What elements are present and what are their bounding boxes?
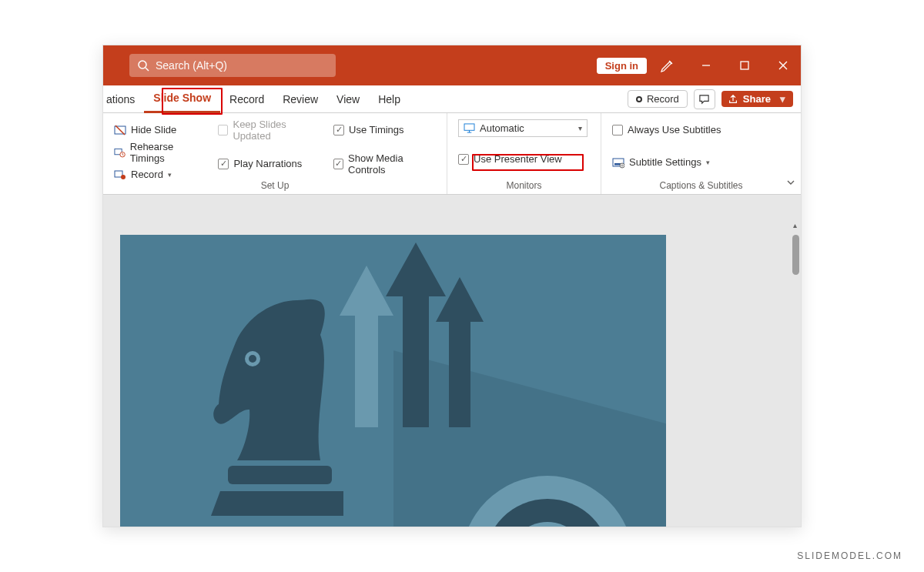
svg-point-0 — [139, 61, 146, 69]
tab-help[interactable]: Help — [369, 85, 410, 113]
keep-slides-label: Keep Slides Updated — [233, 119, 320, 142]
monitor-select[interactable]: Automatic ▾ — [458, 119, 588, 137]
tab-record[interactable]: Record — [220, 85, 273, 113]
app-window: Search (Alt+Q) Sign in ations Slide Show… — [102, 45, 802, 527]
ribbon-group-captions: Always Use Subtitles Subtitle Settings ▾… — [601, 113, 801, 194]
search-input[interactable]: Search (Alt+Q) — [129, 54, 336, 77]
use-timings-label: Use Timings — [349, 124, 404, 135]
svg-line-1 — [146, 68, 149, 71]
rehearse-timings-button[interactable]: Rehearse Timings — [114, 142, 204, 162]
minimize-button[interactable] — [688, 45, 724, 85]
maximize-button[interactable] — [727, 45, 762, 85]
use-presenter-view-checkbox[interactable]: Use Presenter View — [458, 149, 590, 169]
ribbon: Hide Slide Rehearse Timings Record ▾ Kee… — [103, 113, 801, 195]
canvas-area: ▴ — [103, 195, 801, 527]
tabrow-right: Record Share ▾ — [628, 85, 801, 112]
signin-button[interactable]: Sign in — [597, 58, 647, 74]
titlebar-right: Sign in — [592, 45, 801, 85]
svg-line-7 — [116, 125, 125, 135]
checkbox-checked-icon — [218, 159, 229, 169]
monitor-icon — [464, 123, 475, 133]
comments-button[interactable] — [694, 89, 715, 109]
subtitle-settings-dropdown[interactable]: Subtitle Settings ▾ — [612, 152, 790, 172]
svg-rect-20 — [228, 466, 332, 484]
ribbon-tabs: ations Slide Show Record Review View Hel… — [103, 85, 801, 113]
share-icon — [728, 94, 738, 105]
svg-rect-3 — [741, 62, 748, 69]
hide-slide-icon — [114, 124, 126, 136]
close-button[interactable] — [765, 45, 801, 85]
slide[interactable] — [120, 235, 666, 527]
svg-point-19 — [249, 355, 256, 363]
ribbon-group-setup: Hide Slide Rehearse Timings Record ▾ Kee… — [103, 113, 447, 194]
group-label-setup: Set Up — [103, 177, 447, 191]
share-button-label: Share — [743, 93, 771, 105]
chevron-down-icon: ▾ — [578, 124, 582, 132]
checkbox-empty-icon — [612, 125, 623, 135]
chess-knight-icon — [205, 293, 343, 516]
tab-slide-show[interactable]: Slide Show — [144, 85, 220, 113]
chevron-down-icon: ▾ — [706, 159, 710, 166]
record-button-label: Record — [647, 93, 679, 105]
show-media-controls-checkbox[interactable]: Show Media Controls — [333, 153, 436, 174]
drawing-icon[interactable] — [650, 45, 685, 85]
up-arrow-icon — [436, 277, 484, 427]
slide-canvas[interactable]: ▴ — [103, 195, 801, 527]
play-narrations-label: Play Narrations — [233, 158, 302, 169]
subtitles-icon — [612, 156, 624, 169]
title-bar: Search (Alt+Q) Sign in — [103, 45, 801, 85]
search-icon — [137, 59, 149, 72]
hide-slide-button[interactable]: Hide Slide — [114, 119, 204, 140]
watermark: SLIDEMODEL.COM — [797, 550, 902, 561]
checkbox-checked-icon — [333, 125, 344, 135]
search-placeholder: Search (Alt+Q) — [156, 59, 227, 72]
ribbon-group-monitors: Automatic ▾ Use Presenter View Monitors — [447, 113, 601, 194]
share-button[interactable]: Share ▾ — [721, 91, 793, 107]
checkbox-checked-icon — [333, 159, 343, 169]
comment-icon — [698, 93, 710, 105]
hide-slide-label: Hide Slide — [131, 124, 176, 135]
presenter-view-label: Use Presenter View — [474, 153, 562, 165]
rehearse-label: Rehearse Timings — [130, 141, 205, 164]
tab-view[interactable]: View — [327, 85, 369, 113]
scrollbar-track[interactable] — [788, 235, 799, 504]
group-label-monitors: Monitors — [458, 177, 590, 191]
monitor-select-value: Automatic — [480, 122, 524, 134]
checkbox-checked-icon — [458, 154, 469, 165]
record-dot-icon — [636, 96, 642, 102]
scrollbar-thumb[interactable] — [792, 235, 799, 275]
keep-slides-updated-checkbox: Keep Slides Updated — [218, 119, 320, 140]
chevron-down-icon — [785, 177, 796, 188]
tab-animations-cut[interactable]: ations — [103, 85, 144, 113]
chevron-down-icon: ▾ — [780, 93, 785, 105]
subtitle-settings-label: Subtitle Settings — [629, 156, 701, 168]
svg-rect-12 — [464, 124, 474, 130]
always-use-subtitles-checkbox[interactable]: Always Use Subtitles — [612, 119, 790, 140]
group-label-captions: Captions & Subtitles — [612, 177, 790, 191]
scrollbar-up-button[interactable]: ▴ — [790, 221, 799, 232]
always-subtitles-label: Always Use Subtitles — [628, 124, 721, 135]
target-icon — [459, 473, 636, 527]
play-narrations-checkbox[interactable]: Play Narrations — [218, 153, 320, 174]
show-media-label: Show Media Controls — [348, 152, 436, 176]
use-timings-checkbox[interactable]: Use Timings — [333, 119, 436, 140]
checkbox-empty-icon — [218, 125, 228, 135]
ribbon-collapse-button[interactable] — [785, 177, 796, 189]
rehearse-icon — [114, 146, 126, 159]
record-button[interactable]: Record — [628, 90, 688, 108]
tab-review[interactable]: Review — [273, 85, 327, 113]
